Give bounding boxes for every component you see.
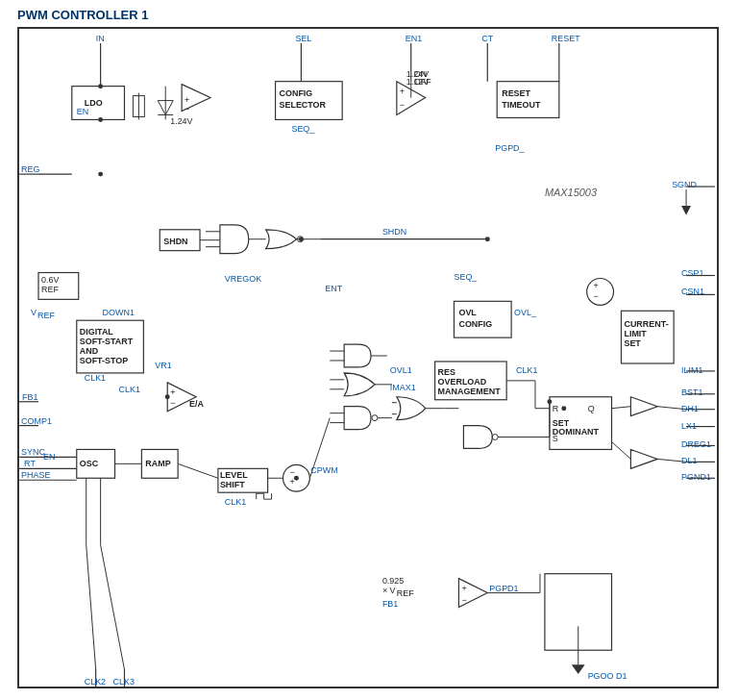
- svg-text:PGOO D1: PGOO D1: [588, 671, 627, 681]
- svg-text:IMAX1: IMAX1: [390, 383, 416, 392]
- svg-marker-114: [630, 397, 657, 416]
- svg-text:ILIM1: ILIM1: [681, 365, 702, 375]
- svg-text:0.6V: 0.6V: [41, 275, 59, 285]
- svg-text:CONFIG: CONFIG: [280, 88, 313, 98]
- svg-text:MAX15003: MAX15003: [545, 187, 597, 198]
- svg-text:PGND1: PGND1: [681, 472, 711, 482]
- svg-text:−: −: [594, 291, 599, 301]
- svg-point-138: [98, 84, 103, 88]
- svg-text:R: R: [553, 404, 559, 413]
- svg-marker-30: [681, 206, 691, 215]
- svg-point-202: [547, 399, 552, 404]
- svg-text:LEVEL: LEVEL: [220, 470, 248, 480]
- svg-line-183: [178, 463, 218, 478]
- svg-text:E/A: E/A: [189, 399, 204, 409]
- svg-line-191: [612, 441, 631, 459]
- svg-text:+: +: [170, 388, 175, 397]
- svg-text:PHASE: PHASE: [21, 470, 50, 480]
- svg-text:CLK1: CLK1: [85, 373, 106, 383]
- svg-line-187: [86, 545, 96, 669]
- svg-text:DIGITAL: DIGITAL: [80, 327, 114, 337]
- svg-text:DL1: DL1: [681, 456, 697, 465]
- svg-text:SEL: SEL: [295, 34, 311, 43]
- svg-text:+: +: [594, 281, 599, 290]
- svg-text:CLK1: CLK1: [225, 497, 246, 507]
- svg-text:SEQ_: SEQ_: [291, 124, 315, 134]
- svg-point-71: [587, 278, 614, 305]
- svg-text:VREGOK: VREGOK: [225, 274, 261, 284]
- svg-text:AND: AND: [80, 346, 99, 356]
- svg-text:+: +: [400, 87, 405, 96]
- svg-text:RT: RT: [24, 459, 36, 468]
- svg-text:1.24V: 1.24V: [170, 116, 192, 126]
- svg-text:SGND: SGND: [672, 180, 697, 189]
- page-title: PWM CONTROLLER 1: [17, 8, 149, 22]
- svg-text:+: +: [289, 477, 294, 487]
- svg-text:CLK1: CLK1: [119, 385, 140, 394]
- svg-text:RAMP: RAMP: [145, 459, 170, 468]
- svg-text:DOWN1: DOWN1: [103, 308, 135, 317]
- svg-text:OVL: OVL: [458, 308, 477, 317]
- svg-text:FB1: FB1: [22, 392, 37, 402]
- svg-text:SOFT-STOP: SOFT-STOP: [80, 356, 129, 365]
- svg-text:COMP1: COMP1: [21, 416, 52, 426]
- svg-text:OSC: OSC: [80, 459, 99, 468]
- svg-text:DREG1: DREG1: [681, 439, 711, 449]
- svg-point-196: [98, 172, 103, 177]
- svg-text:CURRENT-: CURRENT-: [624, 319, 668, 329]
- svg-point-177: [165, 394, 170, 399]
- svg-text:REF: REF: [41, 285, 59, 294]
- svg-point-175: [485, 237, 490, 241]
- svg-text:OVERLOAD: OVERLOAD: [438, 377, 487, 387]
- svg-text:IN: IN: [96, 34, 105, 43]
- svg-text:SOFT-START: SOFT-START: [80, 337, 134, 346]
- svg-text:DOMINANT: DOMINANT: [553, 427, 600, 437]
- svg-text:SHDN: SHDN: [382, 227, 406, 237]
- svg-text:+: +: [461, 584, 466, 593]
- svg-text:VR1: VR1: [155, 361, 171, 370]
- svg-text:Q: Q: [588, 404, 595, 413]
- svg-text:× V: × V: [382, 586, 396, 595]
- svg-text:REF: REF: [397, 588, 414, 598]
- svg-text:LIMIT: LIMIT: [624, 329, 647, 338]
- svg-text:OFF: OFF: [414, 77, 431, 87]
- svg-point-198: [492, 435, 498, 440]
- svg-point-197: [561, 406, 566, 411]
- svg-text:SHDN: SHDN: [163, 237, 187, 246]
- svg-text:V: V: [31, 308, 37, 317]
- svg-text:PGPD1: PGPD1: [489, 584, 518, 593]
- svg-text:FB1: FB1: [382, 599, 398, 609]
- schematic-diagram: LDO EN + − 1.24V CONFIG SELECTOR SEQ_ + …: [17, 27, 719, 688]
- svg-text:−: −: [184, 104, 189, 113]
- svg-text:PGPD_: PGPD_: [495, 143, 525, 153]
- svg-text:−: −: [400, 100, 405, 110]
- svg-text:SYNC: SYNC: [21, 447, 45, 457]
- svg-line-189: [101, 545, 125, 669]
- svg-point-174: [299, 237, 304, 241]
- svg-text:CLK3: CLK3: [113, 677, 135, 687]
- svg-text:LDO: LDO: [85, 98, 103, 108]
- svg-point-176: [98, 117, 103, 122]
- page-container: PWM CONTROLLER 1 LDO EN + − 1.24V CONFIG: [0, 0, 738, 700]
- svg-text:REF: REF: [37, 311, 55, 320]
- svg-text:TIMEOUT: TIMEOUT: [502, 100, 541, 110]
- svg-text:RESET: RESET: [502, 88, 530, 98]
- svg-text:SELECTOR: SELECTOR: [280, 100, 327, 110]
- svg-text:ENT: ENT: [325, 284, 342, 293]
- svg-point-178: [294, 476, 299, 481]
- svg-text:OVL_: OVL_: [514, 308, 537, 317]
- svg-marker-115: [630, 449, 657, 468]
- svg-text:MANAGEMENT: MANAGEMENT: [438, 387, 502, 396]
- svg-text:CONFIG: CONFIG: [458, 319, 492, 329]
- svg-text:0.925: 0.925: [382, 576, 404, 586]
- svg-text:EN1: EN1: [406, 34, 422, 43]
- svg-text:SET: SET: [624, 338, 641, 348]
- svg-text:−: −: [461, 595, 466, 605]
- svg-line-190: [612, 407, 631, 409]
- svg-text:CLK2: CLK2: [85, 677, 106, 687]
- svg-marker-136: [572, 664, 585, 674]
- svg-text:DH1: DH1: [681, 404, 699, 413]
- svg-text:SHIFT: SHIFT: [220, 480, 245, 489]
- svg-text:REG: REG: [21, 164, 39, 174]
- svg-text:EN: EN: [77, 107, 88, 116]
